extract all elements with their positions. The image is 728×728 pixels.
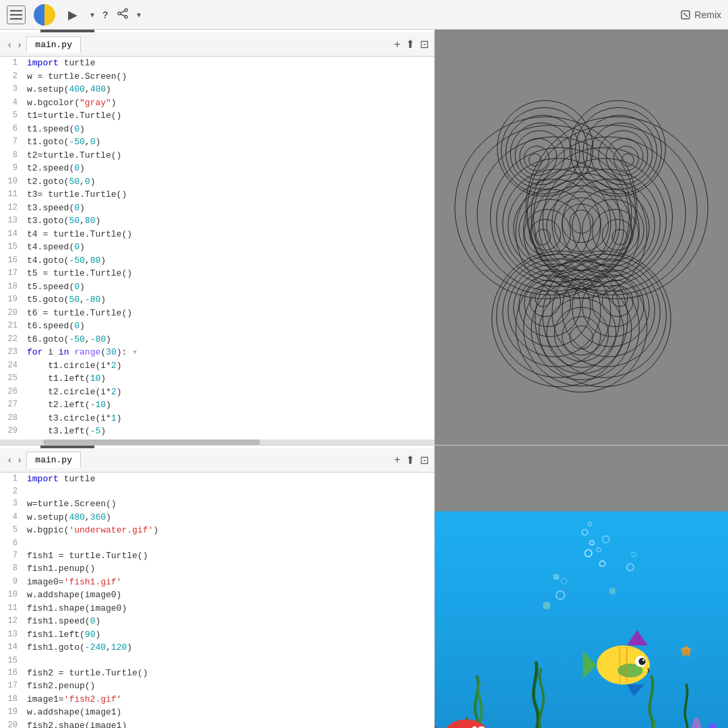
svg-point-2 bbox=[125, 16, 127, 18]
svg-line-3 bbox=[121, 11, 125, 13]
table-row: 10w.addshape(image0) bbox=[0, 588, 434, 602]
fish-scene-canvas bbox=[435, 446, 728, 729]
top-add-file-button[interactable]: + bbox=[394, 38, 400, 51]
line-number: 18 bbox=[0, 693, 24, 706]
top-next-arrow[interactable]: › bbox=[16, 38, 24, 51]
line-number: 18 bbox=[0, 280, 24, 294]
table-row: 21t6.speed(0) bbox=[0, 320, 434, 333]
top-prev-arrow[interactable]: ‹ bbox=[5, 38, 14, 51]
bottom-settings-button[interactable]: ⊡ bbox=[420, 454, 429, 466]
table-row: 8t2=turtle.Turtle() bbox=[0, 149, 434, 162]
bottom-tab-actions: + ⬆ ⊡ bbox=[394, 454, 429, 466]
line-number: 28 bbox=[0, 412, 24, 425]
table-row: 11t3= turtle.Turtle() bbox=[0, 188, 434, 202]
table-row: 3w=turtle.Screen() bbox=[0, 497, 434, 511]
main-layout: ‹ › main.py + ⬆ ⊡ 1import turtle2w = tur… bbox=[0, 30, 728, 728]
svg-rect-7 bbox=[435, 32, 728, 442]
table-row: 9t2.speed(0) bbox=[0, 162, 434, 175]
share-dropdown-button[interactable]: ▾ bbox=[137, 10, 141, 20]
bottom-preview-panel bbox=[435, 446, 728, 729]
table-row: 4w.bgcolor("gray") bbox=[0, 96, 434, 110]
table-row: 5t1=turtle.Turtle() bbox=[0, 109, 434, 123]
line-content: t2.circle(i*2) bbox=[24, 386, 434, 399]
line-content bbox=[24, 655, 434, 667]
line-number: 3 bbox=[0, 83, 24, 96]
svg-point-1 bbox=[118, 12, 121, 15]
bottom-prev-arrow[interactable]: ‹ bbox=[5, 453, 14, 466]
table-row: 29 t3.left(-5) bbox=[0, 425, 434, 438]
run-dropdown-button[interactable]: ▾ bbox=[90, 10, 94, 20]
top-settings-button[interactable]: ⊡ bbox=[420, 38, 429, 51]
line-number: 16 bbox=[0, 667, 24, 680]
table-row: 19t5.goto(50,-80) bbox=[0, 293, 434, 307]
line-number: 6 bbox=[0, 123, 24, 136]
line-number: 20 bbox=[0, 719, 24, 729]
line-content: w.setup(480,360) bbox=[24, 511, 434, 524]
line-content: w.addshape(image1) bbox=[24, 706, 434, 719]
line-content: t1=turtle.Turtle() bbox=[24, 109, 434, 123]
bottom-row: ‹ › main.py + ⬆ ⊡ 1import turtle23w=turt… bbox=[0, 446, 728, 729]
bottom-upload-button[interactable]: ⬆ bbox=[406, 454, 415, 466]
table-row: 15 bbox=[0, 655, 434, 667]
table-row: 13t3.goto(50,80) bbox=[0, 214, 434, 228]
line-number: 15 bbox=[0, 241, 24, 254]
top-code-area[interactable]: 1import turtle2w = turtle.Screen()3w.set… bbox=[0, 57, 434, 445]
line-number: 9 bbox=[0, 162, 24, 175]
top-tab-main-py[interactable]: main.py bbox=[26, 36, 81, 53]
table-row: 23for i in range(30): ▾ bbox=[0, 346, 434, 359]
run-button[interactable]: ▶ bbox=[63, 5, 82, 24]
table-row: 17t5 = turtle.Turtle() bbox=[0, 267, 434, 280]
svg-point-120 bbox=[642, 659, 644, 661]
line-number: 10 bbox=[0, 588, 24, 602]
table-row: 20t6 = turtle.Turtle() bbox=[0, 307, 434, 320]
table-row: 19w.addshape(image1) bbox=[0, 706, 434, 719]
toolbar-left: ▶ ▾ ? ▾ bbox=[7, 4, 673, 26]
bottom-tab-main-py[interactable]: main.py bbox=[26, 452, 81, 468]
line-number: 24 bbox=[0, 359, 24, 373]
line-number: 3 bbox=[0, 497, 24, 511]
line-content: fish2.penup() bbox=[24, 679, 434, 693]
top-tab-actions: + ⬆ ⊡ bbox=[394, 38, 429, 51]
line-content: t5.speed(0) bbox=[24, 280, 434, 294]
top-upload-button[interactable]: ⬆ bbox=[406, 38, 415, 51]
table-row: 12fish1.speed(0) bbox=[0, 615, 434, 628]
top-editor-tabs: ‹ › main.py + ⬆ ⊡ bbox=[0, 32, 434, 57]
table-row: 26 t2.circle(i*2) bbox=[0, 386, 434, 399]
bottom-next-arrow[interactable]: › bbox=[16, 453, 24, 466]
line-content: image0='fish1.gif' bbox=[24, 576, 434, 589]
remix-button[interactable]: Remix bbox=[681, 9, 721, 20]
table-row: 24 t1.circle(i*2) bbox=[0, 359, 434, 373]
table-row: 7fish1 = turtle.Turtle() bbox=[0, 549, 434, 563]
table-row: 28 t3.circle(i*1) bbox=[0, 412, 434, 425]
svg-point-0 bbox=[125, 9, 127, 11]
table-row: 7t1.goto(-50,0) bbox=[0, 135, 434, 149]
svg-point-119 bbox=[638, 658, 645, 665]
line-content: import turtle bbox=[24, 57, 434, 70]
line-content: t4 = turtle.Turtle() bbox=[24, 228, 434, 241]
bottom-add-file-button[interactable]: + bbox=[394, 454, 400, 466]
line-content: t4.speed(0) bbox=[24, 241, 434, 254]
table-row: 22t6.goto(-50,-80) bbox=[0, 333, 434, 346]
line-content: t1.speed(0) bbox=[24, 123, 434, 136]
line-content: t2.left(-10) bbox=[24, 398, 434, 412]
line-number: 27 bbox=[0, 398, 24, 412]
line-number: 11 bbox=[0, 602, 24, 615]
line-number: 19 bbox=[0, 293, 24, 307]
line-number: 23 bbox=[0, 346, 24, 359]
line-content: fish1.goto(-240,120) bbox=[24, 641, 434, 655]
top-editor-panel: ‹ › main.py + ⬆ ⊡ 1import turtle2w = tur… bbox=[0, 30, 435, 445]
line-content: image1='fish2.gif' bbox=[24, 693, 434, 706]
line-content: fish1.penup() bbox=[24, 562, 434, 576]
bottom-code-area[interactable]: 1import turtle23w=turtle.Screen()4w.setu… bbox=[0, 473, 434, 729]
table-row: 2w = turtle.Screen() bbox=[0, 70, 434, 84]
line-content: t3.circle(i*1) bbox=[24, 412, 434, 425]
help-button[interactable]: ? bbox=[102, 9, 109, 20]
line-number: 17 bbox=[0, 267, 24, 280]
share-button[interactable] bbox=[117, 7, 129, 22]
table-row: 15t4.speed(0) bbox=[0, 241, 434, 254]
line-number: 14 bbox=[0, 228, 24, 241]
bottom-code-lines: 1import turtle23w=turtle.Screen()4w.setu… bbox=[0, 473, 434, 729]
menu-button[interactable] bbox=[7, 5, 26, 24]
line-content: w.addshape(image0) bbox=[24, 588, 434, 602]
line-content: t6 = turtle.Turtle() bbox=[24, 307, 434, 320]
